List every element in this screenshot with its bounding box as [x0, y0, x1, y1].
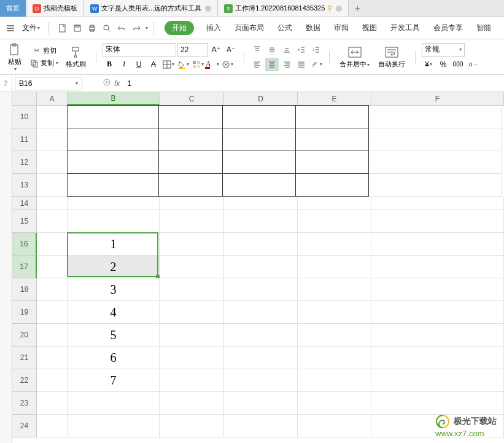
tab-templates[interactable]: D 找稻壳模板	[26, 0, 84, 17]
font-name-select[interactable]	[103, 43, 176, 57]
cell[interactable]	[67, 151, 159, 174]
cell[interactable]	[224, 347, 298, 369]
qat-new-icon[interactable]	[56, 22, 69, 34]
align-right-icon[interactable]	[280, 58, 293, 71]
cell[interactable]	[37, 301, 68, 324]
row-header[interactable]: 16	[12, 233, 37, 256]
cancel-formula-icon[interactable]	[103, 79, 110, 88]
cell[interactable]	[37, 392, 68, 415]
select-all-corner[interactable]	[12, 92, 37, 105]
cell[interactable]	[68, 210, 160, 233]
increase-font-icon[interactable]: A⁺	[209, 43, 223, 57]
cell[interactable]	[222, 151, 296, 174]
border-button[interactable]: ▾	[161, 58, 175, 71]
cell[interactable]	[371, 197, 504, 210]
cell[interactable]	[222, 128, 296, 151]
cell[interactable]	[37, 174, 68, 197]
ribbon-tab-view[interactable]: 视图	[361, 20, 378, 36]
cell[interactable]	[371, 256, 504, 278]
cell[interactable]	[224, 415, 298, 437]
thousands-icon[interactable]: 000	[451, 58, 465, 71]
cell[interactable]	[298, 210, 371, 233]
cell[interactable]	[37, 369, 68, 392]
row-header[interactable]: 22	[12, 369, 37, 392]
cell[interactable]	[298, 392, 371, 415]
cell[interactable]	[295, 173, 369, 197]
cell[interactable]: 5	[68, 324, 160, 347]
paste-button[interactable]: 粘贴▾	[4, 41, 26, 73]
bold-button[interactable]: B	[103, 58, 116, 71]
row-header[interactable]: 20	[12, 324, 37, 347]
increase-decimal-icon[interactable]: .0→	[466, 58, 479, 71]
cell[interactable]	[67, 173, 159, 197]
cell[interactable]	[37, 106, 68, 128]
cell[interactable]	[224, 233, 298, 256]
file-menu[interactable]: 文件▾	[18, 23, 44, 33]
italic-button[interactable]: I	[117, 58, 131, 71]
column-header[interactable]: F	[371, 92, 504, 105]
underline-button[interactable]: U	[132, 58, 145, 71]
cut-button[interactable]: ✂剪切	[29, 45, 59, 57]
align-top-icon[interactable]	[250, 43, 264, 57]
number-format-select[interactable]: 常规▾	[422, 43, 465, 57]
cell[interactable]	[224, 324, 298, 347]
merge-center-button[interactable]: 合并居中▾	[336, 44, 373, 70]
percent-icon[interactable]: %	[436, 58, 450, 71]
cell[interactable]	[298, 347, 371, 369]
row-header[interactable]: 10	[12, 106, 37, 128]
align-center-icon[interactable]	[265, 58, 279, 71]
ribbon-tab-member[interactable]: 会员专享	[432, 20, 464, 36]
cell[interactable]	[298, 301, 371, 324]
cell[interactable]	[160, 197, 224, 210]
name-box[interactable]: B16▾	[15, 77, 82, 90]
cell[interactable]	[160, 415, 224, 437]
ribbon-tab-layout[interactable]: 页面布局	[233, 20, 265, 36]
cell[interactable]	[37, 233, 68, 256]
align-middle-icon[interactable]	[265, 43, 279, 57]
qat-redo-icon[interactable]	[130, 22, 142, 34]
font-color-button[interactable]: A▾	[206, 58, 219, 71]
row-header[interactable]: 23	[12, 392, 37, 415]
qat-undo-icon[interactable]	[115, 22, 128, 34]
decrease-indent-icon[interactable]	[295, 43, 308, 57]
cell[interactable]	[224, 256, 298, 278]
row-header[interactable]: 17	[12, 256, 37, 278]
cell[interactable]	[295, 128, 369, 151]
copy-button[interactable]: 复制▾	[27, 58, 61, 69]
cell[interactable]	[298, 197, 371, 210]
cell[interactable]	[224, 197, 298, 210]
decrease-font-icon[interactable]: A⁻	[224, 43, 238, 57]
justify-icon[interactable]	[295, 58, 308, 71]
tab-home[interactable]: 首页	[0, 0, 26, 17]
qat-print-icon[interactable]	[86, 22, 98, 34]
tab-workbook[interactable]: S 工作簿1.20220816081435325 ⚲	[218, 0, 349, 17]
cell[interactable]	[298, 233, 371, 256]
cell[interactable]	[37, 278, 68, 301]
cell[interactable]	[158, 151, 223, 174]
cell[interactable]: 6	[68, 347, 160, 369]
row-header[interactable]: 15	[12, 210, 37, 233]
qat-save-icon[interactable]	[71, 22, 83, 34]
cell[interactable]	[37, 347, 68, 369]
ribbon-tab-smart[interactable]: 智能	[475, 20, 492, 36]
clear-format-button[interactable]: ▾	[220, 58, 234, 71]
currency-icon[interactable]: ¥▾	[422, 58, 435, 71]
cell-style-button[interactable]: ▾	[191, 58, 204, 71]
cell[interactable]	[67, 105, 159, 128]
wrap-text-button[interactable]: 自动换行	[374, 44, 409, 70]
cell[interactable]	[371, 210, 504, 233]
cell[interactable]	[160, 210, 224, 233]
cell[interactable]	[160, 278, 224, 301]
strikethrough-button[interactable]: A	[147, 58, 160, 71]
cell[interactable]	[371, 369, 504, 392]
cell[interactable]	[37, 151, 68, 174]
chevron-down-icon[interactable]: ▾	[145, 25, 148, 31]
cell[interactable]: 7	[68, 369, 160, 392]
row-header[interactable]: 14	[12, 197, 37, 210]
column-header[interactable]: A	[37, 92, 68, 105]
font-size-select[interactable]	[177, 43, 208, 57]
cell[interactable]	[369, 174, 502, 197]
column-header[interactable]: C	[160, 92, 224, 105]
cell[interactable]	[371, 324, 504, 347]
cell[interactable]: 4	[68, 301, 160, 324]
